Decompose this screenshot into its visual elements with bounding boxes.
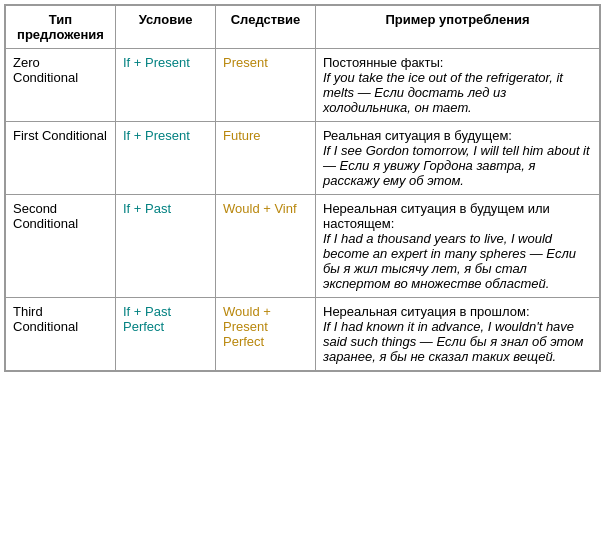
example-italic: If you take the ice out of the refrigera… [323,70,563,115]
cell-type: Zero Conditional [6,49,116,122]
table-row: First ConditionalIf + PresentFutureРеаль… [6,122,600,195]
cell-example: Реальная ситуация в будущем:If I see Gor… [316,122,600,195]
cell-consequence: Present [216,49,316,122]
cell-type: Second Conditional [6,195,116,298]
cell-condition: If + Present [116,49,216,122]
header-condition: Условие [116,6,216,49]
conditional-table: Тип предложения Условие Следствие Пример… [5,5,600,371]
cell-consequence: Future [216,122,316,195]
cell-example: Нереальная ситуация в прошлом:If I had k… [316,298,600,371]
example-label: Нереальная ситуация в прошлом: [323,304,530,319]
table-row: Second ConditionalIf + PastWould + VinfН… [6,195,600,298]
header-example: Пример употребления [316,6,600,49]
example-italic: If I had a thousand years to live, I wou… [323,231,576,291]
cell-type: Third Conditional [6,298,116,371]
header-consequence: Следствие [216,6,316,49]
cell-consequence: Would + Vinf [216,195,316,298]
cell-example: Нереальная ситуация в будущем или настоя… [316,195,600,298]
conditional-table-wrapper: Тип предложения Условие Следствие Пример… [4,4,601,372]
table-row: Zero ConditionalIf + PresentPresentПосто… [6,49,600,122]
cell-condition: If + Present [116,122,216,195]
header-type: Тип предложения [6,6,116,49]
cell-condition: If + Past Perfect [116,298,216,371]
table-header-row: Тип предложения Условие Следствие Пример… [6,6,600,49]
example-label: Реальная ситуация в будущем: [323,128,512,143]
example-italic: If I see Gordon tomorrow, I will tell hi… [323,143,590,188]
cell-consequence: Would + Present Perfect [216,298,316,371]
example-italic: If I had known it in advance, I wouldn't… [323,319,583,364]
cell-type: First Conditional [6,122,116,195]
example-label: Постоянные факты: [323,55,443,70]
example-label: Нереальная ситуация в будущем или настоя… [323,201,550,231]
cell-condition: If + Past [116,195,216,298]
cell-example: Постоянные факты:If you take the ice out… [316,49,600,122]
table-row: Third ConditionalIf + Past PerfectWould … [6,298,600,371]
